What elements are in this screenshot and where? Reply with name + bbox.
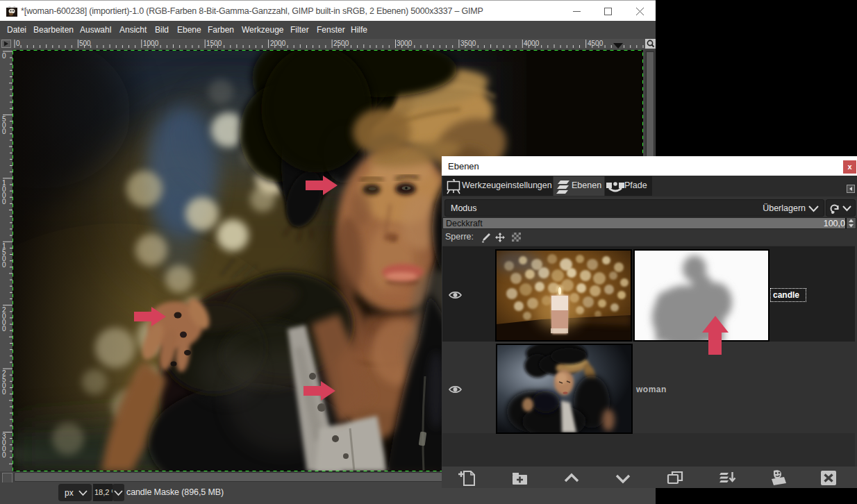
svg-text:4500: 4500 — [588, 40, 604, 47]
svg-text:2000: 2000 — [270, 40, 286, 47]
svg-text:500: 500 — [79, 40, 91, 47]
svg-text:3000: 3000 — [397, 40, 413, 47]
svg-text:2500: 2500 — [333, 40, 349, 47]
svg-text:0: 0 — [16, 40, 20, 47]
svg-text:0: 0 — [2, 388, 6, 396]
svg-text:0: 0 — [2, 52, 6, 60]
svg-text:0: 0 — [2, 325, 6, 333]
svg-text:0: 0 — [2, 198, 6, 205]
svg-text:4000: 4000 — [524, 40, 540, 47]
svg-text:3500: 3500 — [460, 40, 476, 47]
svg-text:0: 0 — [2, 128, 6, 135]
svg-text:1500: 1500 — [206, 40, 222, 47]
svg-text:0: 0 — [2, 261, 6, 269]
svg-text:0: 0 — [2, 451, 6, 459]
svg-text:1000: 1000 — [143, 40, 159, 47]
